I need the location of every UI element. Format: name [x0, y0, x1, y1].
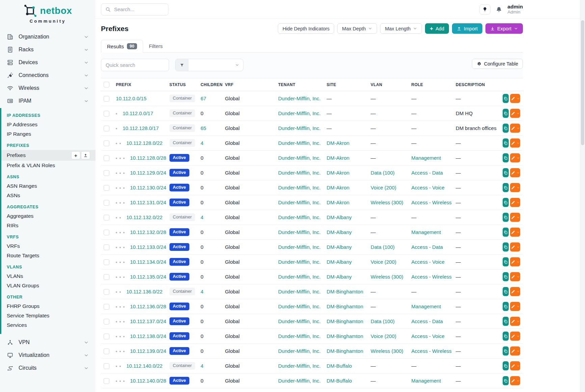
prefix-link[interactable]: 10.112.134.0/24	[130, 259, 166, 265]
site-link[interactable]: DM-Binghamton	[327, 333, 363, 339]
row-checkbox[interactable]	[104, 274, 109, 280]
brand-logo[interactable]: netbox Community	[0, 4, 96, 24]
copy-button[interactable]	[503, 168, 509, 177]
children-link[interactable]: 4	[201, 363, 203, 369]
sidebar-item-asn-ranges[interactable]: ASN Ranges	[1, 181, 96, 191]
site-link[interactable]: DM-Akron	[327, 140, 350, 146]
column-header-children[interactable]: CHILDREN	[198, 78, 222, 91]
row-checkbox[interactable]	[104, 289, 109, 295]
select-all-checkbox[interactable]	[104, 82, 109, 87]
tenant-link[interactable]: Dunder-Mifflin, Inc.	[278, 200, 321, 205]
theme-toggle-button[interactable]	[479, 4, 490, 15]
max-length-dropdown[interactable]: Max Length	[380, 23, 422, 34]
site-link[interactable]: DM-Buffalo	[327, 363, 352, 369]
configure-table-button[interactable]: Configure Table	[472, 59, 523, 69]
prefix-link[interactable]: 10.112.140.0/28	[130, 378, 166, 384]
export-button[interactable]: Export	[485, 23, 523, 34]
sidebar-item-vrfs[interactable]: VRFs	[1, 241, 96, 251]
column-header-vlan[interactable]: VLAN	[368, 78, 408, 91]
row-checkbox[interactable]	[104, 96, 109, 102]
copy-button[interactable]	[503, 198, 509, 207]
tenant-link[interactable]: Dunder-Mifflin, Inc.	[278, 363, 321, 369]
prefix-link[interactable]: 10.112.130.0/24	[130, 185, 166, 190]
copy-button[interactable]	[503, 242, 509, 252]
tenant-link[interactable]: Dunder-Mifflin, Inc.	[278, 185, 321, 190]
prefix-link[interactable]: 10.112.135.0/24	[130, 274, 166, 280]
tenant-link[interactable]: Dunder-Mifflin, Inc.	[278, 274, 321, 280]
vlan-link[interactable]: Voice (200)	[371, 333, 396, 339]
row-checkbox[interactable]	[104, 140, 109, 146]
import-button[interactable]: Import	[452, 23, 482, 34]
role-link[interactable]: Access - Data	[411, 170, 443, 176]
row-checkbox[interactable]	[104, 155, 109, 161]
row-checkbox[interactable]	[104, 348, 109, 354]
row-checkbox[interactable]	[104, 215, 109, 220]
sidebar-item-aggregates[interactable]: Aggregates	[1, 211, 96, 221]
copy-button[interactable]	[503, 94, 509, 103]
role-link[interactable]: Access - Data	[411, 318, 443, 324]
row-checkbox[interactable]	[104, 170, 109, 176]
role-link[interactable]: Access - Wireless	[411, 274, 452, 280]
global-search-input[interactable]	[114, 6, 161, 12]
copy-button[interactable]	[503, 257, 509, 266]
column-header-prefix[interactable]: PREFIX	[113, 78, 167, 91]
copy-button[interactable]	[503, 361, 509, 370]
role-link[interactable]: Management	[411, 155, 441, 161]
site-link[interactable]: DM-Binghamton	[327, 348, 363, 354]
filter-button[interactable]	[176, 59, 188, 71]
children-link[interactable]: 4	[201, 214, 203, 220]
tenant-link[interactable]: Dunder-Mifflin, Inc.	[278, 378, 321, 384]
prefix-link[interactable]: 10.112.137.0/24	[130, 318, 166, 324]
site-link[interactable]: DM-Akron	[327, 170, 350, 176]
sidebar-item-vlan-groups[interactable]: VLAN Groups	[1, 281, 96, 290]
tenant-link[interactable]: Dunder-Mifflin, Inc.	[278, 348, 321, 354]
vlan-link[interactable]: Wireless (300)	[371, 348, 403, 354]
tenant-link[interactable]: Dunder-Mifflin, Inc.	[278, 110, 321, 116]
vlan-link[interactable]: Wireless (300)	[371, 200, 403, 205]
role-link[interactable]: Access - Voice	[411, 185, 445, 190]
prefix-link[interactable]: 10.112.132.0/28	[130, 229, 166, 235]
role-link[interactable]: Management	[411, 304, 441, 309]
site-link[interactable]: DM-Albany	[327, 259, 352, 265]
tenant-link[interactable]: Dunder-Mifflin, Inc.	[278, 244, 321, 250]
vlan-link[interactable]: Wireless (300)	[371, 274, 403, 280]
tab-filters[interactable]: Filters	[143, 40, 168, 52]
column-header-description[interactable]: DESCRIPTION	[453, 78, 500, 91]
row-checkbox[interactable]	[104, 304, 109, 310]
sidebar-item-circuits[interactable]: Circuits	[0, 362, 96, 374]
tenant-link[interactable]: Dunder-Mifflin, Inc.	[278, 125, 321, 131]
edit-button[interactable]	[510, 302, 520, 311]
prefix-link[interactable]: 10.112.128.0/17	[123, 125, 159, 131]
row-checkbox[interactable]	[104, 378, 109, 384]
row-checkbox[interactable]	[104, 319, 109, 324]
sidebar-item-racks[interactable]: Racks	[0, 43, 96, 56]
copy-button[interactable]	[503, 302, 509, 311]
prefix-link[interactable]: 10.112.133.0/24	[130, 244, 166, 250]
tenant-link[interactable]: Dunder-Mifflin, Inc.	[278, 229, 321, 235]
sidebar-item-organization[interactable]: Organization	[0, 30, 96, 43]
edit-button[interactable]	[510, 346, 520, 356]
vlan-link[interactable]: Data (100)	[371, 318, 395, 324]
edit-button[interactable]	[510, 94, 520, 103]
sidebar-item-service-templates[interactable]: Service Templates	[1, 311, 96, 320]
max-depth-dropdown[interactable]: Max Depth	[337, 23, 377, 34]
copy-button[interactable]	[503, 138, 509, 148]
sidebar-item-prefix-vlan-roles[interactable]: Prefix & VLAN Roles	[1, 161, 96, 170]
scrollbar[interactable]	[580, 0, 585, 392]
copy-button[interactable]	[503, 332, 509, 341]
tenant-link[interactable]: Dunder-Mifflin, Inc.	[278, 214, 321, 220]
prefix-link[interactable]: 10.112.136.0/28	[130, 304, 166, 309]
children-link[interactable]: 65	[201, 125, 206, 131]
site-link[interactable]: DM-Albany	[327, 229, 352, 235]
tenant-link[interactable]: Dunder-Mifflin, Inc.	[278, 289, 321, 294]
sidebar-item-ipam[interactable]: IPAM	[0, 95, 96, 107]
site-link[interactable]: DM-Albany	[327, 214, 352, 220]
tenant-link[interactable]: Dunder-Mifflin, Inc.	[278, 333, 321, 339]
prefix-link[interactable]: 10.112.140.0/22	[126, 363, 162, 369]
children-link[interactable]: 4	[201, 140, 203, 146]
copy-button[interactable]	[503, 153, 509, 162]
role-link[interactable]: Access - Data	[411, 244, 443, 250]
prefix-link[interactable]: 10.112.129.0/24	[130, 170, 166, 176]
copy-button[interactable]	[503, 287, 509, 296]
copy-button[interactable]	[503, 272, 509, 281]
